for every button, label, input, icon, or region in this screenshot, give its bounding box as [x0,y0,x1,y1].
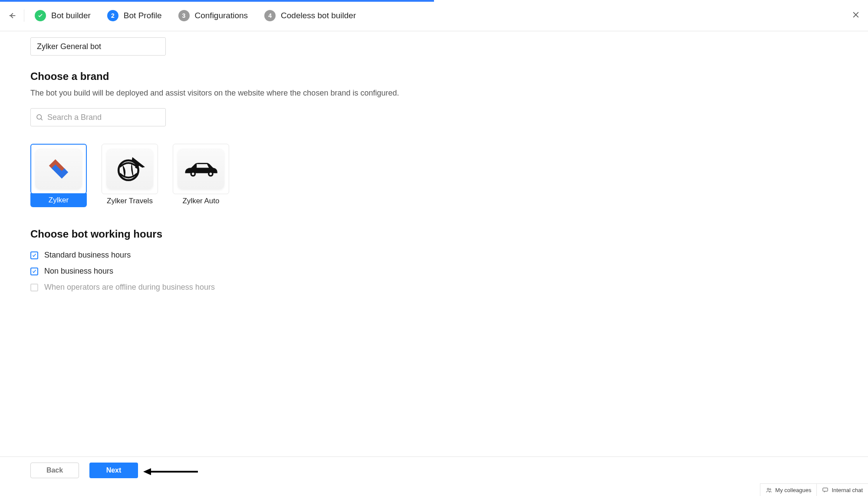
svg-point-8 [769,489,771,490]
step-list: Bot builder 2 Bot Profile 3 Configuratio… [35,10,356,21]
hours-option-non-business[interactable]: Non business hours [30,267,838,276]
next-button[interactable]: Next [89,463,138,478]
brand-label: Zylker [30,193,87,207]
check-label: Non business hours [44,267,113,276]
svg-point-4 [192,172,194,175]
brand-search-input[interactable] [30,108,166,126]
check-icon [35,10,46,21]
step-bot-builder[interactable]: Bot builder [35,10,91,21]
brand-tile [30,144,87,194]
close-icon [852,10,860,19]
choose-brand-title: Choose a brand [30,70,838,83]
checkbox-icon [30,268,38,275]
step-codeless-bot-builder[interactable]: 4 Codeless bot builder [264,10,356,21]
brand-label: Zylker Auto [173,194,229,208]
step-label: Configurations [195,11,248,20]
brand-card-zylker-travels[interactable]: Zylker Travels [102,144,158,208]
wizard-content: Choose a brand The bot you build will be… [0,31,868,469]
svg-point-0 [37,115,42,119]
checkbox-icon [30,284,38,291]
brand-tile [102,144,158,194]
arrow-left-icon [7,11,17,20]
page-progress [0,0,434,2]
choose-brand-subtitle: The bot you build will be deployed and a… [30,89,838,98]
brand-logo-globe-plane-icon [106,149,153,189]
bot-name-input[interactable] [30,37,166,56]
my-colleagues-button[interactable]: My colleagues [760,484,816,496]
brand-logo-car-icon [178,149,224,189]
step-bot-profile[interactable]: 2 Bot Profile [107,10,162,21]
wizard-footer: Back Next [0,456,868,483]
back-arrow-icon[interactable] [0,11,24,20]
hours-option-offline-operators[interactable]: When operators are offline during busine… [30,283,838,292]
bottom-bar: My colleagues Internal chat [760,483,868,496]
brand-search [30,108,838,126]
working-hours-title: Choose bot working hours [30,228,838,240]
checkbox-icon [30,251,38,259]
brand-tile [173,144,229,194]
annotation-arrow-icon [142,467,199,476]
brand-card-zylker[interactable]: Zylker [30,144,87,208]
bottom-label: My colleagues [775,487,811,493]
step-configurations[interactable]: 3 Configurations [178,10,248,21]
brand-label: Zylker Travels [102,194,158,208]
close-button[interactable] [852,10,860,21]
step-number-icon: 3 [178,10,190,21]
svg-rect-9 [823,488,828,491]
bottom-label: Internal chat [832,487,863,493]
people-icon [766,487,772,493]
wizard-header: Bot builder 2 Bot Profile 3 Configuratio… [0,0,868,31]
svg-point-7 [767,488,769,490]
step-label: Codeless bot builder [281,11,356,20]
brand-logo-zylker-icon [35,149,82,189]
brand-card-zylker-auto[interactable]: Zylker Auto [173,144,229,208]
working-hours-options: Standard business hours Non business hou… [30,251,838,292]
hours-option-standard[interactable]: Standard business hours [30,251,838,260]
search-icon [36,113,43,121]
check-label: Standard business hours [44,251,131,260]
step-label: Bot Profile [124,11,162,20]
divider [24,10,24,22]
check-label: When operators are offline during busine… [44,283,215,292]
step-number-icon: 2 [107,10,118,21]
step-number-icon: 4 [264,10,276,21]
brand-list: Zylker Zylker Travels [30,144,838,208]
chat-icon [822,487,829,493]
svg-point-5 [210,172,212,175]
back-button[interactable]: Back [30,463,79,478]
internal-chat-button[interactable]: Internal chat [816,484,868,496]
step-label: Bot builder [51,11,91,20]
